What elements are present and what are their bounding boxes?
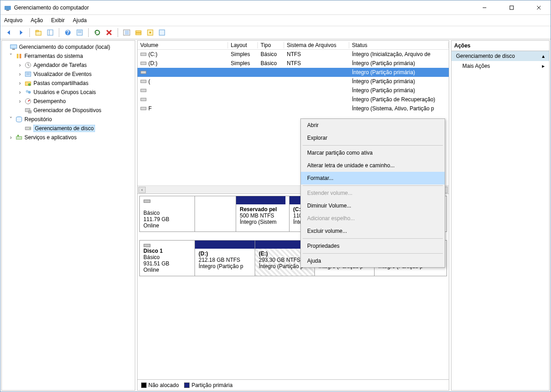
volume-row[interactable]: Íntegro (Partição primária) bbox=[138, 68, 449, 77]
svg-rect-49 bbox=[144, 244, 150, 247]
col-layout[interactable]: Layout bbox=[228, 42, 258, 48]
ctx-mark-active[interactable]: Marcar partição como ativa bbox=[301, 146, 445, 159]
action-disk-management[interactable]: Gerenciamento de disco ▴ bbox=[451, 51, 549, 61]
svg-rect-44 bbox=[141, 80, 146, 83]
legend: Não alocado Partição primária bbox=[138, 379, 449, 390]
svg-rect-47 bbox=[141, 107, 146, 110]
tree-shared-folders[interactable]: ›Pastas compartilhadas bbox=[3, 79, 134, 88]
drive-icon bbox=[140, 96, 147, 103]
svg-rect-42 bbox=[141, 62, 146, 65]
computer-management-window: Gerenciamento do computador Arquivo Ação… bbox=[0, 0, 551, 392]
drive-icon bbox=[140, 69, 147, 76]
show-hide-button[interactable] bbox=[45, 28, 55, 38]
drive-icon bbox=[140, 87, 147, 94]
volume-row[interactable]: FÍntegro (Sistema, Ativo, Partição p bbox=[138, 104, 449, 113]
ctx-open[interactable]: Abrir bbox=[301, 119, 445, 132]
tools-icon bbox=[15, 52, 23, 60]
delete-button[interactable] bbox=[104, 28, 114, 38]
expand-icon[interactable]: › bbox=[8, 134, 14, 141]
expand-icon[interactable]: › bbox=[17, 98, 23, 104]
drive-icon bbox=[140, 78, 147, 85]
expand-icon[interactable]: › bbox=[17, 80, 23, 86]
svg-point-30 bbox=[28, 83, 31, 86]
menu-acao[interactable]: Ação bbox=[31, 17, 43, 24]
performance-icon bbox=[24, 98, 32, 105]
menu-exibir[interactable]: Exibir bbox=[51, 17, 65, 24]
scroll-left-button[interactable]: ‹ bbox=[138, 187, 146, 193]
console-tree[interactable]: Gerenciamento do computador (local) ˅ Fe… bbox=[1, 40, 135, 391]
volume-row[interactable]: Íntegro (Partição de Recuperação) bbox=[138, 95, 449, 104]
users-icon bbox=[24, 89, 32, 96]
folder-shared-icon bbox=[24, 80, 32, 87]
actions-pane: Ações Gerenciamento de disco ▴ Mais Açõe… bbox=[451, 40, 550, 391]
ctx-explore[interactable]: Explorar bbox=[301, 132, 445, 144]
close-button[interactable] bbox=[531, 3, 547, 12]
settings-button[interactable] bbox=[145, 28, 155, 38]
actions-title: Ações bbox=[451, 41, 549, 51]
up-button[interactable] bbox=[33, 28, 43, 38]
volume-row[interactable]: (D:)SimplesBásicoNTFSÍntegro (Partição p… bbox=[138, 59, 449, 68]
volume-row[interactable]: (C:)SimplesBásicoNTFSÍntegro (Inicializa… bbox=[138, 50, 449, 59]
back-button[interactable] bbox=[4, 28, 14, 38]
disk-view-button[interactable] bbox=[133, 28, 143, 38]
ctx-extend: Estender volume... bbox=[301, 187, 445, 199]
collapse-icon[interactable]: ˅ bbox=[8, 53, 14, 59]
center-pane: Volume Layout Tipo Sistema de Arquivos S… bbox=[137, 40, 449, 391]
forward-button[interactable] bbox=[16, 28, 26, 38]
ctx-change-letter[interactable]: Alterar letra de unidade e caminho... bbox=[301, 159, 445, 172]
col-tipo[interactable]: Tipo bbox=[258, 42, 284, 48]
titlebar: Gerenciamento do computador bbox=[0, 0, 551, 15]
tree-root[interactable]: Gerenciamento do computador (local) bbox=[3, 43, 134, 52]
disk-icon bbox=[143, 243, 191, 248]
svg-point-32 bbox=[28, 91, 31, 94]
svg-rect-48 bbox=[144, 200, 150, 203]
help-button[interactable]: ? bbox=[63, 28, 73, 38]
properties-button[interactable] bbox=[75, 28, 85, 38]
drive-icon bbox=[140, 51, 147, 57]
extra-button[interactable] bbox=[157, 28, 167, 38]
tree-disk-management[interactable]: Gerenciamento de disco bbox=[3, 124, 134, 133]
tree-event-viewer[interactable]: ›Visualizador de Eventos bbox=[3, 70, 134, 79]
svg-rect-19 bbox=[136, 33, 141, 35]
drive-icon bbox=[140, 60, 147, 66]
ctx-format[interactable]: Formatar... bbox=[301, 172, 445, 184]
ctx-mirror: Adicionar espelho... bbox=[301, 212, 445, 225]
ctx-help[interactable]: Ajuda bbox=[301, 255, 445, 267]
expand-icon[interactable]: › bbox=[17, 89, 23, 95]
ctx-delete[interactable]: Excluir volume... bbox=[301, 225, 445, 237]
maximize-button[interactable] bbox=[504, 3, 520, 12]
expand-icon[interactable]: › bbox=[17, 62, 23, 68]
volume-row[interactable]: (Íntegro (Partição primária) bbox=[138, 77, 449, 86]
ctx-properties[interactable]: Propriedades bbox=[301, 240, 445, 252]
refresh-button[interactable] bbox=[92, 28, 102, 38]
ctx-shrink[interactable]: Diminuir Volume... bbox=[301, 199, 445, 212]
volume-row[interactable]: Íntegro (Partição primária) bbox=[138, 86, 449, 95]
minimize-button[interactable] bbox=[476, 3, 493, 12]
svg-rect-41 bbox=[141, 53, 146, 56]
tree-local-users[interactable]: ›Usuários e Grupos Locais bbox=[3, 88, 134, 97]
svg-rect-18 bbox=[136, 31, 141, 33]
tree-performance[interactable]: ›Desempenho bbox=[3, 97, 134, 106]
app-icon bbox=[4, 4, 11, 11]
tree-services-apps[interactable]: ›Serviços e aplicativos bbox=[3, 133, 134, 142]
expand-icon[interactable]: › bbox=[17, 71, 23, 77]
svg-rect-22 bbox=[159, 30, 165, 35]
col-fs[interactable]: Sistema de Arquivos bbox=[284, 42, 349, 48]
menu-ajuda[interactable]: Ajuda bbox=[73, 17, 87, 24]
tree-storage[interactable]: ˅Repositório bbox=[3, 115, 134, 124]
partition[interactable]: (D:)212.18 GB NTFSÍntegro (Partição p bbox=[195, 241, 255, 276]
col-status[interactable]: Status bbox=[349, 42, 449, 48]
collapse-icon[interactable]: ˅ bbox=[8, 116, 14, 123]
tree-task-scheduler[interactable]: ›Agendador de Tarefas bbox=[3, 61, 134, 70]
svg-rect-0 bbox=[5, 6, 11, 10]
event-icon bbox=[24, 71, 32, 78]
col-volume[interactable]: Volume bbox=[138, 42, 228, 48]
svg-rect-46 bbox=[141, 98, 146, 101]
menu-arquivo[interactable]: Arquivo bbox=[4, 17, 23, 24]
list-view-button[interactable] bbox=[122, 28, 132, 38]
action-more[interactable]: Mais Ações ▸ bbox=[451, 61, 549, 71]
tree-device-manager[interactable]: Gerenciador de Dispositivos bbox=[3, 106, 134, 115]
tree-system-tools[interactable]: ˅ Ferramentas do sistema bbox=[3, 52, 134, 61]
partition[interactable]: Reservado pel500 MB NTFSÍntegro (Sistem bbox=[236, 196, 285, 231]
disk-info: Disco 1Básico931.51 GBOnline bbox=[140, 241, 195, 276]
